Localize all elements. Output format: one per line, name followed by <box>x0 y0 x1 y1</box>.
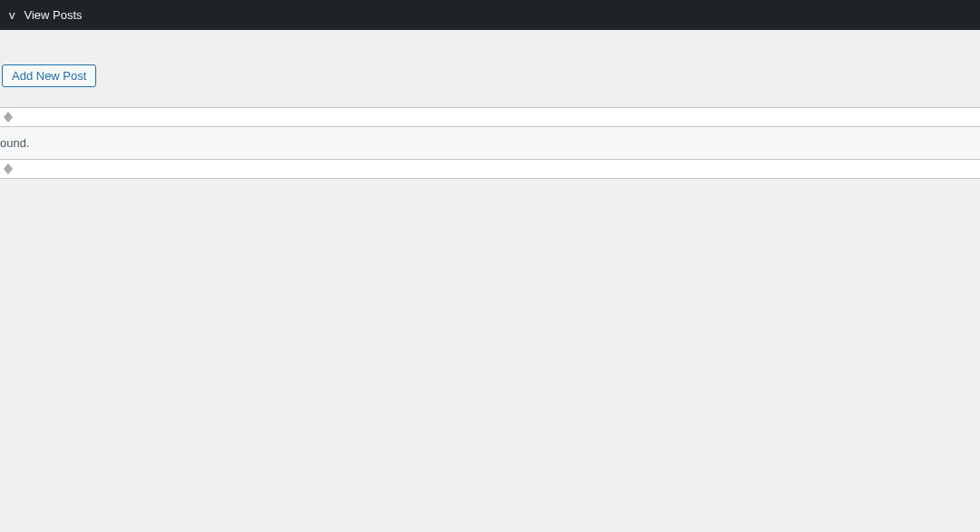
table-header-sortable[interactable] <box>0 108 980 127</box>
toolbar-item-partial[interactable]: v <box>9 8 17 22</box>
no-results-cell: ound. <box>0 127 980 160</box>
page-header: Add New Post <box>0 39 980 62</box>
content-wrap: Add New Post ound. <box>0 30 980 179</box>
toolbar-view-posts[interactable]: View Posts <box>17 0 90 30</box>
admin-toolbar: v View Posts <box>0 0 980 30</box>
table-row: ound. <box>0 127 980 160</box>
posts-table-wrap: ound. <box>0 107 980 179</box>
sort-indicator-icon <box>4 111 13 123</box>
table-footer-sortable[interactable] <box>0 160 980 179</box>
sort-indicator-icon <box>4 163 13 175</box>
posts-table: ound. <box>0 107 980 179</box>
add-new-post-button[interactable]: Add New Post <box>2 64 96 87</box>
